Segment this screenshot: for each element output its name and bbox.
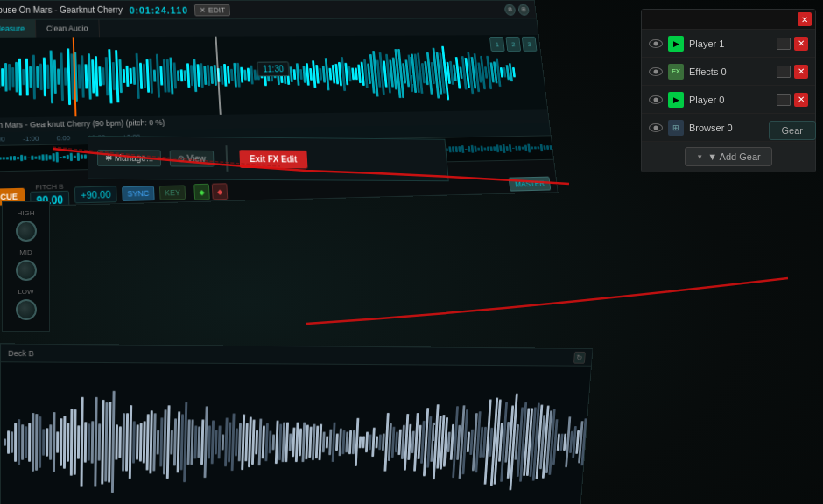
tab-clean-audio[interactable]: Clean Audio: [36, 20, 100, 38]
visibility-player0-icon[interactable]: [649, 95, 663, 104]
measure-display: 11:30: [257, 61, 290, 76]
exit-fx-edit-button[interactable]: Exit FX Edit: [239, 150, 308, 168]
tab-measure[interactable]: Measure: [0, 20, 36, 38]
high-knob[interactable]: [16, 220, 37, 242]
high-label: HIGH: [6, 209, 46, 217]
mid-label: MID: [6, 248, 46, 256]
gear-panel: ✕ Player 1 ✕ FX Effects 0 ✕ Player 0 ✕ ⊞…: [641, 9, 816, 172]
pitch-value: +90.00: [81, 189, 111, 200]
sync-button[interactable]: SYNC: [122, 186, 155, 201]
fx-divider: [225, 145, 228, 172]
add-gear-label: ▼ Add Gear: [707, 151, 760, 162]
panel-top-bar: ✕: [642, 10, 815, 30]
player1-close-button[interactable]: ✕: [794, 37, 808, 51]
add-gear-row: ▼ ▼ Add Gear: [642, 142, 815, 172]
pitch-display: +90.00: [74, 186, 117, 203]
effects0-label: Effects 0: [689, 66, 777, 77]
pitch-section: +90.00: [74, 186, 117, 203]
hot-cue-1[interactable]: ◆: [193, 184, 210, 200]
track-info: On Mars - Gearknutt Cherry (90 bpm) (pit…: [0, 118, 165, 130]
player1-label: Player 1: [689, 38, 777, 49]
main-waveform-area: 11:30 1 2 3: [0, 35, 547, 118]
add-gear-button[interactable]: ▼ ▼ Add Gear: [685, 147, 771, 166]
fx-send-2[interactable]: 2: [505, 37, 521, 52]
pitch-b-label: PITCH B: [35, 182, 63, 191]
deck-title: Mouse On Mars - Gearknut Cherry: [0, 5, 123, 15]
player0-close-button[interactable]: ✕: [794, 93, 808, 107]
mixer-panel: HIGH MID LOW: [2, 201, 50, 332]
edit-button[interactable]: ✕ EDIT: [194, 4, 230, 16]
player1-play-icon: [668, 36, 684, 52]
visibility-browser0-icon[interactable]: [649, 123, 663, 132]
gear-panel-close-button[interactable]: ✕: [798, 12, 812, 26]
browser0-icon: ⊞: [668, 120, 684, 136]
second-deck-waveform: [1, 362, 591, 504]
second-deck-icon[interactable]: ↻: [573, 351, 586, 363]
fx-panel: ✱ Manage... ⊙ View Exit FX Edit: [88, 136, 449, 181]
fx-send-1[interactable]: 1: [489, 37, 505, 52]
player0-label: Player 0: [689, 94, 777, 105]
visibility-effects0-icon[interactable]: [649, 67, 663, 76]
player1-window-icon[interactable]: [777, 38, 791, 50]
visibility-player1-icon[interactable]: [649, 39, 663, 48]
key-lock-button[interactable]: KEY: [159, 185, 186, 200]
second-deck-title: Deck B: [8, 348, 34, 358]
low-knob[interactable]: [16, 299, 37, 320]
fx-send-3[interactable]: 3: [522, 37, 538, 52]
master-badge: MASTER: [509, 177, 551, 192]
gear-row-player1: Player 1 ✕: [642, 30, 815, 58]
deck-header: Mouse On Mars - Gearknut Cherry 0:01:24.…: [0, 1, 536, 20]
hot-cue-buttons: ◆ ◆: [193, 183, 228, 200]
effects0-window-icon[interactable]: [777, 66, 791, 78]
mid-knob[interactable]: [16, 260, 37, 281]
player0-window-icon[interactable]: [777, 94, 791, 106]
browser0-label: Browser 0: [689, 122, 777, 133]
view-button[interactable]: ⊙ View: [170, 150, 214, 166]
waveform-bars-container: [0, 35, 547, 118]
fx-send-buttons: 1 2 3: [489, 37, 538, 52]
zoom-icon[interactable]: ⊞: [517, 4, 530, 15]
settings-icon[interactable]: ⚙: [504, 4, 517, 15]
gear-title: Gear: [769, 121, 816, 140]
second-deck: Deck B ↻: [0, 343, 593, 504]
manage-button[interactable]: ✱ Manage...: [97, 149, 161, 165]
time-display: 0:01:24.110: [129, 4, 188, 15]
effects0-fx-icon: FX: [668, 64, 684, 80]
add-gear-arrow-icon: ▼: [696, 153, 703, 161]
hot-cue-2[interactable]: ◆: [212, 183, 229, 200]
effects0-close-button[interactable]: ✕: [794, 65, 808, 79]
low-label: LOW: [6, 288, 46, 296]
player0-play-icon: [668, 92, 684, 108]
gear-row-player0: Player 0 ✕: [642, 86, 815, 114]
gear-row-effects0: FX Effects 0 ✕: [642, 58, 815, 86]
